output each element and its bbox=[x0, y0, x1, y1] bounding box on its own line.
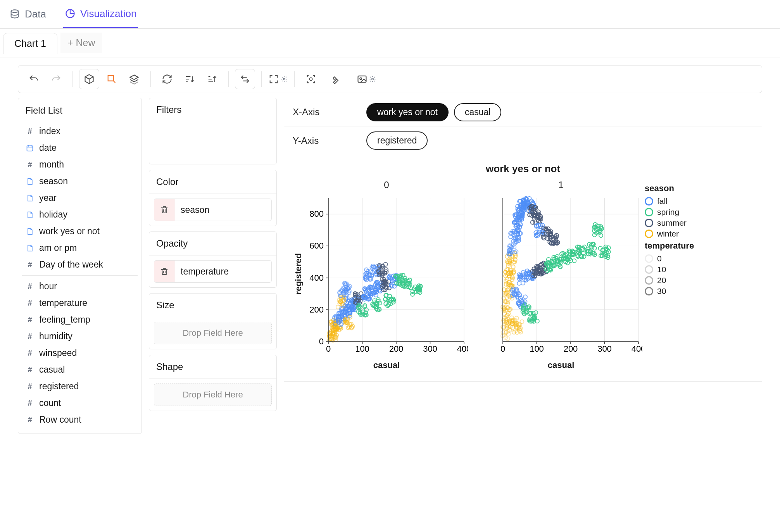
nav-viz-label: Visualization bbox=[80, 8, 137, 20]
legend-swatch bbox=[645, 197, 653, 206]
field-item[interactable]: #index bbox=[22, 123, 138, 140]
facets: 001002003004000200400600800casual1010020… bbox=[305, 177, 642, 370]
toolbar-separator bbox=[228, 71, 229, 87]
field-item[interactable]: #count bbox=[22, 395, 138, 411]
legend-item[interactable]: 10 bbox=[645, 265, 694, 274]
detect-button[interactable] bbox=[301, 69, 321, 89]
layers-button[interactable] bbox=[124, 69, 144, 89]
color-field-pill[interactable]: season bbox=[154, 199, 272, 221]
nav-visualization[interactable]: Visualization bbox=[63, 0, 138, 28]
refresh-button[interactable] bbox=[157, 69, 177, 89]
field-item[interactable]: holiday bbox=[22, 206, 138, 223]
toolbar-separator bbox=[72, 71, 73, 87]
field-label: date bbox=[39, 143, 57, 153]
field-item[interactable]: #registered bbox=[22, 378, 138, 395]
legend-label: 10 bbox=[657, 265, 666, 274]
legend-swatch bbox=[645, 208, 653, 216]
facet: 001002003004000200400600800casual bbox=[305, 177, 468, 370]
legend-item[interactable]: 0 bbox=[645, 254, 694, 263]
legend-label: 30 bbox=[657, 287, 666, 296]
toolbar bbox=[18, 65, 762, 93]
field-label: winspeed bbox=[39, 348, 77, 358]
legend-item[interactable]: winter bbox=[645, 229, 694, 238]
x-axis-shelf[interactable]: X-Axis work yes or notcasual bbox=[284, 98, 762, 126]
x-axis-title: casual bbox=[373, 360, 400, 370]
legend-item[interactable]: summer bbox=[645, 218, 694, 228]
size-dropzone[interactable]: Drop Field Here bbox=[154, 322, 272, 344]
axis-swap-button[interactable] bbox=[235, 69, 255, 89]
shape-dropzone[interactable]: Drop Field Here bbox=[154, 383, 272, 406]
remove-opacity-field-button[interactable] bbox=[154, 261, 174, 282]
field-list-title: Field List bbox=[18, 98, 142, 123]
y-axis-pills: registered bbox=[362, 131, 432, 150]
mark-button[interactable] bbox=[102, 69, 122, 89]
filters-dropzone[interactable] bbox=[149, 121, 276, 164]
nav-data[interactable]: Data bbox=[8, 0, 48, 28]
field-item[interactable]: #temperature bbox=[22, 295, 138, 311]
opacity-field-pill[interactable]: temperature bbox=[154, 260, 272, 283]
svg-text:400: 400 bbox=[309, 273, 324, 283]
tab-new[interactable]: + New bbox=[60, 33, 102, 53]
number-icon: # bbox=[25, 399, 35, 408]
gear-icon bbox=[281, 76, 288, 83]
svg-point-1188 bbox=[523, 295, 527, 299]
sort-desc-button[interactable] bbox=[202, 69, 222, 89]
svg-point-687 bbox=[511, 265, 515, 269]
svg-text:200: 200 bbox=[564, 344, 578, 354]
field-item[interactable]: #Row count bbox=[22, 411, 138, 428]
legend-item[interactable]: fall bbox=[645, 197, 694, 206]
legend-label: 20 bbox=[657, 276, 666, 285]
text-icon bbox=[25, 178, 35, 185]
shelves-column: Filters Color season Opacity temperature bbox=[149, 98, 277, 434]
svg-text:0: 0 bbox=[319, 337, 324, 346]
field-label: feeling_temp bbox=[39, 314, 90, 325]
svg-text:400: 400 bbox=[457, 344, 468, 354]
axis-pill[interactable]: work yes or not bbox=[366, 103, 449, 121]
fullscreen-button[interactable] bbox=[268, 69, 288, 89]
export-image-button[interactable] bbox=[356, 69, 376, 89]
filters-shelf[interactable]: Filters bbox=[149, 98, 277, 164]
scatter-plot[interactable]: 0100200300400 bbox=[480, 194, 642, 357]
field-item[interactable]: season bbox=[22, 173, 138, 190]
field-item[interactable]: work yes or not bbox=[22, 223, 138, 240]
undo-button[interactable] bbox=[24, 69, 44, 89]
y-axis-shelf[interactable]: Y-Axis registered bbox=[284, 126, 762, 155]
wrench-button[interactable] bbox=[323, 69, 343, 89]
scatter-plot[interactable]: 01002003004000200400600800 bbox=[305, 194, 468, 357]
field-item[interactable]: year bbox=[22, 190, 138, 206]
filters-title: Filters bbox=[149, 98, 276, 121]
chart-column: X-Axis work yes or notcasual Y-Axis regi… bbox=[284, 98, 762, 434]
main: Field List #indexdate#monthseasonyearhol… bbox=[0, 98, 780, 434]
number-icon: # bbox=[25, 365, 35, 374]
facet: 10100200300400casual bbox=[480, 177, 642, 370]
field-item[interactable]: #month bbox=[22, 156, 138, 173]
remove-color-field-button[interactable] bbox=[154, 199, 174, 221]
toolbar-separator bbox=[350, 71, 350, 87]
number-icon: # bbox=[25, 332, 35, 341]
field-item[interactable]: am or pm bbox=[22, 240, 138, 256]
size-drop-label: Drop Field Here bbox=[183, 328, 243, 338]
field-label: Row count bbox=[39, 415, 81, 425]
legend-item[interactable]: 20 bbox=[645, 276, 694, 285]
svg-text:200: 200 bbox=[389, 344, 404, 354]
redo-button[interactable] bbox=[46, 69, 66, 89]
axis-pill[interactable]: registered bbox=[366, 131, 428, 150]
field-item[interactable]: #Day of the week bbox=[22, 256, 138, 273]
sort-asc-button[interactable] bbox=[179, 69, 200, 89]
field-item[interactable]: #humidity bbox=[22, 328, 138, 345]
field-label: holiday bbox=[39, 209, 67, 220]
field-item[interactable]: #feeling_temp bbox=[22, 311, 138, 328]
cube-button[interactable] bbox=[79, 69, 99, 89]
legend-item[interactable]: 30 bbox=[645, 287, 694, 296]
field-item[interactable]: #winspeed bbox=[22, 345, 138, 361]
toolbar-separator bbox=[294, 71, 295, 87]
field-item[interactable]: #casual bbox=[22, 361, 138, 378]
field-list-separator bbox=[22, 275, 138, 276]
svg-point-3 bbox=[310, 78, 312, 81]
field-item[interactable]: #hour bbox=[22, 278, 138, 295]
svg-point-913 bbox=[517, 282, 521, 285]
field-item[interactable]: date bbox=[22, 140, 138, 156]
axis-pill[interactable]: casual bbox=[454, 103, 501, 121]
legend-item[interactable]: spring bbox=[645, 207, 694, 217]
tab-chart-1[interactable]: Chart 1 bbox=[3, 33, 57, 54]
